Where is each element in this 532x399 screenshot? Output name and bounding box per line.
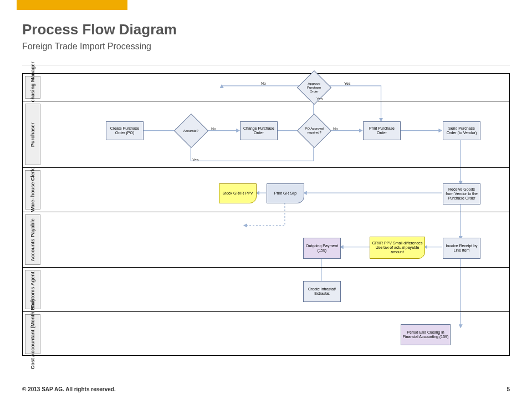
decision-po-approval: PO Approval required?: [297, 114, 331, 148]
divider: [22, 65, 510, 65]
lane-label-box: Cost Accountant (Month End): [25, 314, 40, 354]
lane-cost-accountant: Cost Accountant (Month End) Period End C…: [23, 312, 509, 356]
lane-accounts-payable: Accounts Payable Outgoing Payment (158) …: [23, 212, 509, 268]
node-change-po: Change Purchase Order: [240, 121, 278, 140]
node-create-po: Create Purchase Order (PO): [106, 121, 144, 140]
decision-approve-po: Approve Purchase Order: [297, 70, 331, 105]
label-yes-3: Yes: [192, 158, 198, 162]
doc-print-gr-slip: Print GR Slip: [267, 183, 304, 203]
swimlane-diagram: Pur- chasing Manager Approve Purchase Or…: [22, 73, 510, 356]
label-no-2: No: [211, 127, 216, 131]
node-print-po: Print Purchase Order: [363, 121, 401, 140]
lane-label-box: Purchaser: [25, 104, 40, 165]
page-title: Process Flow Diagram: [22, 21, 510, 38]
lane-label-box: Pur- chasing Manager: [25, 76, 40, 99]
label-no: No: [261, 81, 266, 85]
doc-stock-grir-ppv: Stock GR/IR PPV: [219, 183, 257, 203]
lane-customs-agent: Customs Agent Create Intrastat/ Extrasta…: [23, 268, 509, 312]
node-invoice-receipt: Invoice Receipt by Line Item: [443, 238, 480, 259]
page-subtitle: Foreign Trade Import Processing: [22, 42, 510, 52]
node-period-end-closing: Period End Closing in Financial Accounti…: [401, 324, 451, 345]
brand-bar: [17, 0, 127, 10]
label-no-3: No: [333, 127, 338, 131]
node-create-intrastat: Create Intrastat/ Extrastat: [303, 281, 341, 302]
decision-accurate: Accurate?: [174, 114, 208, 148]
header: Process Flow Diagram Foreign Trade Impor…: [0, 10, 532, 65]
lane-purchasing-manager: Pur- chasing Manager Approve Purchase Or…: [23, 74, 509, 101]
lane-label-box: Accounts Payable: [25, 214, 40, 265]
label-yes-2: Yes: [316, 97, 323, 101]
page-number: 5: [507, 386, 510, 392]
label-yes: Yes: [344, 81, 350, 85]
node-receive-goods: Receive Goods from Vendor to the Purchas…: [443, 183, 480, 204]
node-outgoing-payment: Outgoing Payment (158): [303, 238, 341, 259]
copyright: © 2013 SAP AG. All rights reserved.: [22, 386, 116, 392]
node-send-po: Send Purchase Order (to Vendor): [443, 121, 480, 140]
lane-label-box: Ware- house Clerk: [25, 170, 40, 209]
lane-purchaser: Purchaser Create Purchase Order (PO) Acc…: [23, 101, 509, 168]
lane-warehouse-clerk: Ware- house Clerk Stock GR/IR PPV Print …: [23, 168, 509, 212]
doc-grir-ppv: GR/IR PPV Small differences Use tax of a…: [370, 237, 425, 259]
footer: © 2013 SAP AG. All rights reserved. 5: [22, 386, 510, 392]
